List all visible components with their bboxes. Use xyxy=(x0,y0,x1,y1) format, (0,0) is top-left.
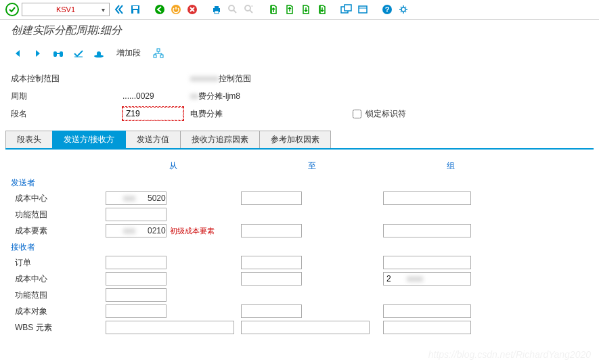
layout-icon[interactable] xyxy=(356,3,370,16)
recv-wbs-grp[interactable] xyxy=(383,321,471,334)
period-label: 周期 xyxy=(11,91,123,102)
col-to: 至 xyxy=(241,160,383,172)
next-page-icon[interactable] xyxy=(299,3,313,16)
prev-page-icon[interactable] xyxy=(283,3,296,16)
recv-order-to[interactable] xyxy=(241,256,302,269)
svg-rect-2 xyxy=(133,10,137,14)
cost-ctrl-label: 成本控制范围 xyxy=(11,73,123,85)
recv-cost-obj-grp[interactable] xyxy=(383,304,471,318)
receiver-section-title: 接收者 xyxy=(11,242,588,253)
recv-wbs-to[interactable] xyxy=(241,321,370,334)
recv-order-label: 订单 xyxy=(11,257,106,269)
svg-point-16 xyxy=(401,7,405,12)
lock-checkbox[interactable] xyxy=(353,110,361,118)
tcode-value: KSV1 xyxy=(56,5,75,14)
period-desc: xx费分摊-ljm8 xyxy=(190,91,326,102)
new-window-icon[interactable] xyxy=(340,3,353,16)
back-icon[interactable] xyxy=(153,3,167,16)
tab-sender-receiver[interactable]: 发送方/接收方 xyxy=(52,131,126,148)
last-page-icon[interactable] xyxy=(315,3,329,16)
sub-toolbar: 增加段 xyxy=(0,42,599,64)
sender-cost-elem-to[interactable] xyxy=(241,224,302,237)
cost-elem-note: 初级成本要素 xyxy=(170,226,215,236)
recv-order-from[interactable] xyxy=(106,256,167,269)
segname-input[interactable] xyxy=(123,107,183,120)
exit-icon[interactable] xyxy=(169,3,183,16)
svg-rect-21 xyxy=(97,51,101,56)
recv-cost-obj-label: 成本对象 xyxy=(11,306,106,317)
sender-cost-center-label: 成本中心 xyxy=(11,193,106,204)
sender-cost-center-to[interactable] xyxy=(241,191,302,205)
tab-content: 从 至 组 发送者 成本中心 xxx5020 功能范围 成本要素 xxx0210… xyxy=(0,150,599,341)
recv-cost-obj-from[interactable] xyxy=(106,304,167,318)
sender-cost-elem-label: 成本要素 xyxy=(11,225,106,237)
svg-rect-24 xyxy=(160,55,163,58)
col-from: 从 xyxy=(106,160,241,172)
recv-func-area-label: 功能范围 xyxy=(11,290,106,301)
print-icon[interactable] xyxy=(210,3,223,16)
recv-cost-center-to[interactable] xyxy=(241,272,302,286)
recv-wbs-from[interactable] xyxy=(106,321,234,334)
svg-text:?: ? xyxy=(385,5,390,14)
svg-rect-18 xyxy=(60,51,63,57)
recv-func-area-from[interactable] xyxy=(106,288,167,302)
recv-wbs-label: WBS 元素 xyxy=(11,322,106,334)
svg-rect-7 xyxy=(215,6,219,8)
check-icon[interactable] xyxy=(72,47,85,60)
find-icon[interactable] xyxy=(226,3,240,16)
col-group: 组 xyxy=(383,160,518,172)
prev-arrow-icon[interactable] xyxy=(11,47,24,60)
tab-receiver-trace[interactable]: 接收方追踪因素 xyxy=(180,131,260,148)
help-icon[interactable]: ? xyxy=(380,3,394,16)
svg-rect-13 xyxy=(359,6,367,13)
lock-label: 锁定标识符 xyxy=(365,108,406,120)
recv-cost-center-grp[interactable] xyxy=(383,272,471,286)
header-form: 成本控制范围 xxxxxxx控制范围 周期 ......0029 xx费分摊-l… xyxy=(0,64,599,131)
tab-weight-factor[interactable]: 参考加权因素 xyxy=(259,131,331,148)
cancel-icon[interactable] xyxy=(185,3,199,16)
svg-rect-22 xyxy=(157,49,160,51)
back-all-icon[interactable] xyxy=(112,3,126,16)
segname-desc: 电费分摊 xyxy=(190,108,326,120)
ok-icon[interactable] xyxy=(5,3,19,16)
page-title: 创建实际分配周期:细分 xyxy=(0,20,599,42)
sender-cost-elem-grp[interactable] xyxy=(383,224,471,237)
recv-cost-obj-to[interactable] xyxy=(241,304,302,318)
cost-ctrl-desc: xxxxxxx控制范围 xyxy=(190,73,326,85)
watermark: https://blog.csdn.net/RichardYang2020 xyxy=(428,349,591,360)
svg-rect-12 xyxy=(345,5,351,11)
segname-label: 段名 xyxy=(11,108,123,120)
sender-section-title: 发送者 xyxy=(11,177,588,189)
sender-func-area-label: 功能范围 xyxy=(11,209,106,221)
hat-icon[interactable] xyxy=(92,47,106,60)
recv-cost-center-from[interactable] xyxy=(106,272,167,286)
svg-point-3 xyxy=(155,5,164,14)
svg-rect-23 xyxy=(154,55,156,58)
main-toolbar: KSV1 ? xyxy=(0,0,599,20)
tcode-selector[interactable]: KSV1 xyxy=(22,3,110,16)
recv-cost-center-label: 成本中心 xyxy=(11,273,106,285)
svg-rect-19 xyxy=(57,53,60,54)
tabs: 段表头 发送方/接收方 发送方值 接收方追踪因素 参考加权因素 xyxy=(5,131,594,150)
svg-point-9 xyxy=(229,5,234,11)
period-value: ......0029 xyxy=(123,91,190,101)
svg-rect-8 xyxy=(215,11,219,14)
sender-cost-center-grp[interactable] xyxy=(383,191,471,205)
find-next-icon[interactable] xyxy=(242,3,256,16)
next-arrow-icon[interactable] xyxy=(31,47,45,60)
svg-point-10 xyxy=(245,5,250,11)
structure-icon[interactable] xyxy=(152,47,165,60)
save-icon[interactable] xyxy=(129,3,142,16)
settings-icon[interactable] xyxy=(397,3,410,16)
column-headers: 从 至 组 xyxy=(11,160,588,172)
binoculars-icon[interactable] xyxy=(51,47,65,60)
add-segment-button[interactable]: 增加段 xyxy=(112,46,145,60)
svg-rect-1 xyxy=(133,6,138,9)
svg-rect-17 xyxy=(53,51,57,57)
sender-func-area-from[interactable] xyxy=(106,208,167,221)
tab-sender-values[interactable]: 发送方值 xyxy=(125,131,181,148)
tab-header[interactable]: 段表头 xyxy=(5,131,53,148)
first-page-icon[interactable] xyxy=(267,3,280,16)
recv-order-grp[interactable] xyxy=(383,256,471,269)
